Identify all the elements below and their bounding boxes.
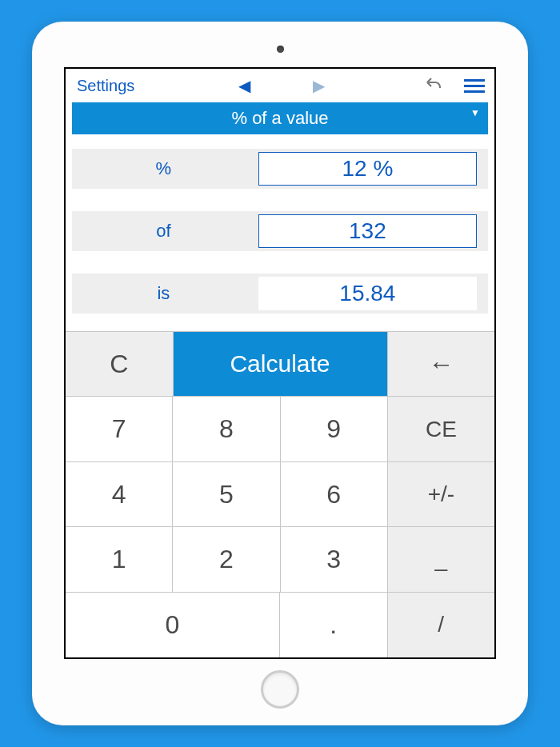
plus-minus-button[interactable]: +/- bbox=[388, 462, 494, 527]
backspace-button[interactable]: ← bbox=[388, 332, 495, 397]
settings-button[interactable]: Settings bbox=[72, 74, 139, 98]
chevron-down-icon: ▼ bbox=[470, 107, 480, 118]
label-percent: % bbox=[72, 158, 255, 179]
ipad-frame: Settings ◀ ▶ % of a value ▼ % 1 bbox=[32, 22, 528, 725]
row-percent: % 12 % bbox=[72, 149, 488, 189]
inputs-area: % 12 % of 132 is 15.84 bbox=[66, 134, 494, 331]
mode-selector[interactable]: % of a value ▼ bbox=[72, 102, 488, 134]
digit-8[interactable]: 8 bbox=[173, 397, 280, 461]
topbar: Settings ◀ ▶ bbox=[66, 69, 494, 102]
digit-9[interactable]: 9 bbox=[281, 397, 388, 461]
next-arrow-icon[interactable]: ▶ bbox=[310, 73, 328, 98]
decimal-button[interactable]: . bbox=[280, 593, 388, 657]
ce-button[interactable]: CE bbox=[388, 397, 494, 461]
keypad: C Calculate ← 7 8 9 CE 4 5 6 +/- 1 2 3 _ bbox=[66, 331, 494, 657]
topbar-right bbox=[424, 74, 488, 98]
underscore-button[interactable]: _ bbox=[388, 527, 494, 592]
home-button[interactable] bbox=[261, 670, 299, 709]
input-of[interactable]: 132 bbox=[258, 214, 477, 248]
undo-icon[interactable] bbox=[424, 74, 443, 98]
label-of: of bbox=[72, 221, 255, 242]
nav-group: ◀ ▶ bbox=[139, 73, 424, 98]
digit-6[interactable]: 6 bbox=[281, 462, 388, 527]
row-is: is 15.84 bbox=[72, 274, 488, 314]
digit-5[interactable]: 5 bbox=[173, 462, 280, 527]
digit-0[interactable]: 0 bbox=[66, 593, 280, 657]
prev-arrow-icon[interactable]: ◀ bbox=[235, 73, 254, 98]
menu-icon[interactable] bbox=[461, 76, 488, 96]
row-of: of 132 bbox=[72, 211, 488, 251]
mode-label: % of a value bbox=[231, 108, 328, 128]
digit-2[interactable]: 2 bbox=[173, 527, 280, 592]
digit-1[interactable]: 1 bbox=[66, 527, 173, 592]
input-percent[interactable]: 12 % bbox=[258, 152, 477, 186]
output-is: 15.84 bbox=[258, 277, 477, 310]
slash-button[interactable]: / bbox=[388, 593, 495, 657]
clear-button[interactable]: C bbox=[66, 332, 174, 397]
digit-3[interactable]: 3 bbox=[281, 527, 388, 592]
app-screen: Settings ◀ ▶ % of a value ▼ % 1 bbox=[64, 67, 496, 659]
digit-7[interactable]: 7 bbox=[66, 397, 173, 461]
camera-dot bbox=[277, 46, 284, 53]
digit-4[interactable]: 4 bbox=[66, 462, 173, 527]
label-is: is bbox=[72, 283, 255, 304]
calculate-button[interactable]: Calculate bbox=[174, 332, 388, 397]
